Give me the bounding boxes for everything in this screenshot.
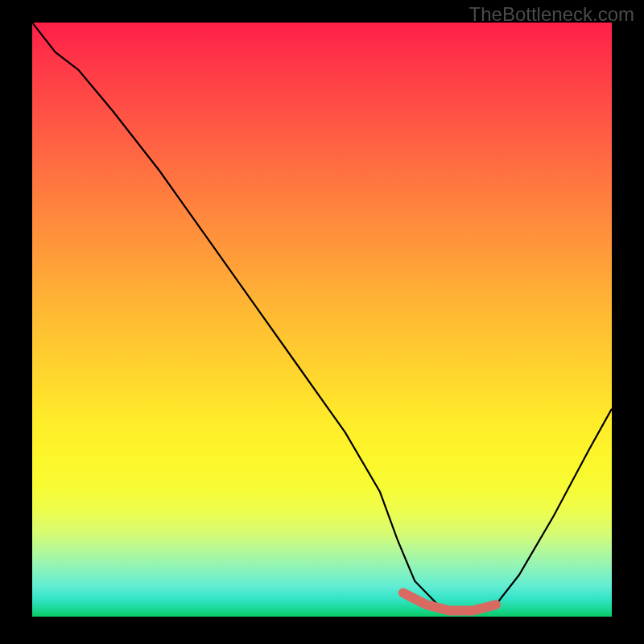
- chart-frame: TheBottleneck.com: [0, 0, 644, 644]
- bottleneck-curve: [32, 23, 612, 611]
- plot-area: [32, 23, 612, 617]
- curve-layer: [32, 23, 612, 617]
- flat-highlight: [403, 593, 496, 611]
- watermark-text: TheBottleneck.com: [469, 3, 634, 26]
